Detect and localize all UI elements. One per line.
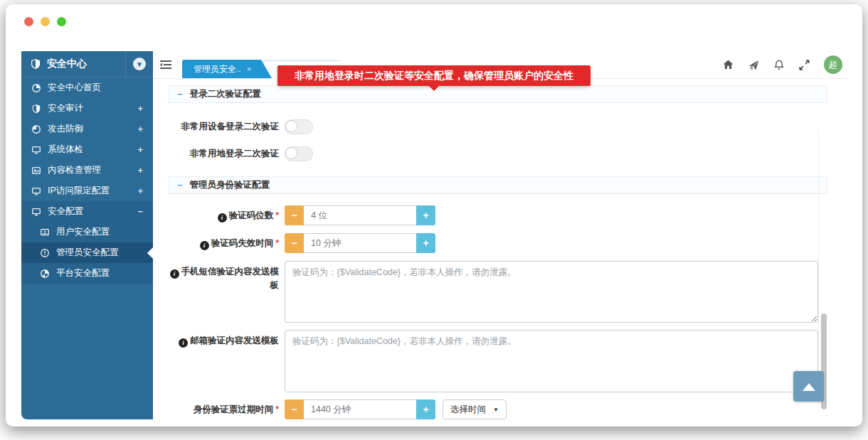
collapse-minus-icon[interactable]: − (177, 180, 183, 191)
sidebar-item-label: IP访问限定配置 (48, 185, 137, 197)
sidebar-item-label: 管理员安全配置 (56, 247, 143, 259)
info-icon: i (179, 338, 188, 348)
app-window: 安全中心 ▼ 安全中心首页 安全审计 + 攻击防御 + 系统体检 + (6, 4, 862, 426)
decrement-button[interactable]: − (285, 205, 304, 225)
sidebar-submenu: 用户安全配置 管理员安全配置 平台安全配置 (21, 222, 153, 284)
sidebar-item-attack-defense[interactable]: 攻击防御 + (21, 119, 153, 139)
increment-button[interactable]: + (416, 399, 435, 419)
sidebar-item-label: 攻击防御 (48, 123, 137, 135)
required-asterisk: * (275, 210, 279, 220)
tab-admin-security[interactable]: 管理员安全.. × (182, 60, 272, 78)
code-digits-stepper: − + (285, 205, 435, 225)
decrement-button[interactable]: − (285, 233, 304, 253)
info-icon: i (170, 269, 179, 279)
topbar-icons: 超 (722, 55, 842, 74)
sidebar-header: 安全中心 ▼ (21, 51, 153, 77)
chevron-down-icon[interactable]: ▼ (133, 58, 146, 70)
sidebar-item-label: 平台安全配置 (56, 267, 143, 279)
code-digits-input[interactable] (304, 205, 416, 225)
field-label: i邮箱验证内容发送模板 (169, 330, 279, 348)
pie-icon (40, 269, 50, 279)
section-title: 管理员身份验证配置 (190, 179, 270, 191)
monitor-icon (31, 186, 41, 196)
sidebar-item-admin-security-config[interactable]: 管理员安全配置 (21, 242, 153, 263)
card-icon (31, 166, 41, 176)
sidebar-item-security-home[interactable]: 安全中心首页 (21, 77, 153, 98)
required-asterisk: * (275, 404, 279, 414)
increment-button[interactable]: + (416, 205, 435, 225)
close-window-button[interactable] (24, 17, 33, 26)
globe-icon (31, 83, 41, 93)
unusual-device-2fa-toggle[interactable] (285, 119, 313, 134)
sidebar-item-security-audit[interactable]: 安全审计 + (21, 98, 153, 119)
window-titlebar (6, 4, 862, 51)
sidebar-item-label: 安全审计 (48, 102, 137, 114)
minimize-window-button[interactable] (41, 17, 50, 26)
expand-plus-icon[interactable]: + (137, 124, 143, 134)
monitor-icon (31, 145, 41, 155)
info-icon: i (200, 241, 209, 250)
collapse-minus-icon[interactable]: − (177, 89, 183, 100)
home-icon[interactable] (722, 59, 734, 70)
scroll-to-top-button[interactable] (793, 371, 824, 402)
expand-plus-icon[interactable]: + (137, 144, 143, 155)
sidebar: 安全中心 ▼ 安全中心首页 安全审计 + 攻击防御 + 系统体检 + (21, 51, 153, 419)
field-label: i手机短信验证内容发送模板 (169, 261, 279, 291)
sidebar-item-label: 系统体检 (48, 144, 137, 156)
shield-icon (31, 104, 41, 114)
sidebar-item-system-check[interactable]: 系统体检 + (21, 139, 153, 160)
sidebar-item-label: 用户安全配置 (56, 226, 143, 238)
bell-icon[interactable] (773, 59, 785, 71)
expand-plus-icon[interactable]: + (137, 186, 143, 196)
field-label: 非常用设备登录二次验证 (169, 120, 279, 133)
fullscreen-icon[interactable] (798, 59, 810, 71)
sidebar-item-label: 安全中心首页 (48, 82, 143, 94)
monitor-user-icon (40, 227, 50, 237)
field-row-code-digits: i验证码位数* − + (169, 205, 827, 225)
settings-panel: − 登录二次验证配置 非常用设备登录二次验证 非常用地登录二次验证 − 管理员身… (153, 78, 847, 419)
sidebar-item-platform-security-config[interactable]: 平台安全配置 (21, 263, 153, 284)
sidebar-item-security-config[interactable]: 安全配置 − (21, 201, 153, 222)
expand-plus-icon[interactable]: + (137, 103, 143, 114)
collapse-minus-icon[interactable]: − (137, 206, 143, 217)
zoom-window-button[interactable] (57, 17, 66, 26)
email-template-textarea[interactable] (285, 330, 818, 392)
avatar[interactable]: 超 (824, 55, 842, 74)
sidebar-item-ip-access[interactable]: IP访问限定配置 + (21, 181, 153, 201)
section-header-login-2fa[interactable]: − 登录二次验证配置 (169, 85, 827, 103)
info-icon: i (218, 213, 227, 222)
globe-icon (31, 124, 41, 134)
sidebar-item-user-security-config[interactable]: 用户安全配置 (21, 222, 153, 242)
alert-circle-icon (40, 248, 50, 258)
close-icon[interactable]: × (247, 60, 251, 78)
section-header-admin-identity[interactable]: − 管理员身份验证配置 (169, 176, 827, 194)
unusual-location-2fa-toggle[interactable] (285, 146, 313, 161)
caret-down-icon: ▼ (493, 407, 499, 413)
toggle-knob (285, 120, 297, 132)
sms-template-textarea[interactable] (285, 261, 818, 323)
field-label: 身份验证票过期时间* (169, 403, 279, 416)
increment-button[interactable]: + (416, 233, 435, 253)
field-label: i验证码位数* (169, 209, 279, 222)
sidebar-title: 安全中心 (47, 58, 125, 70)
field-row-sms-template: i手机短信验证内容发送模板 (169, 261, 827, 323)
field-row-email-template: i邮箱验证内容发送模板 (169, 330, 827, 392)
sidebar-item-content-check[interactable]: 内容检查管理 + (21, 160, 153, 181)
ticket-expiry-stepper: − + (285, 399, 435, 419)
code-expiry-stepper: − + (285, 233, 435, 253)
toggle-row-unusual-device: 非常用设备登录二次验证 (169, 119, 827, 134)
monitor-icon (31, 207, 41, 217)
section-title: 登录二次验证配置 (190, 88, 261, 100)
field-row-code-expiry: i验证码失效时间* − + (169, 233, 827, 253)
help-tooltip: 非常用地登录时二次验证等安全配置，确保管理员账户的安全性 (277, 65, 591, 86)
tooltip-text: 非常用地登录时二次验证等安全配置，确保管理员账户的安全性 (295, 70, 573, 81)
decrement-button[interactable]: − (285, 399, 304, 419)
expand-plus-icon[interactable]: + (137, 165, 143, 176)
required-asterisk: * (275, 238, 279, 248)
code-expiry-input[interactable] (304, 233, 416, 253)
select-time-dropdown[interactable]: 选择时间 ▼ (443, 399, 507, 419)
ticket-expiry-input[interactable] (304, 399, 416, 419)
menu-fold-icon[interactable] (159, 59, 172, 70)
paper-plane-icon[interactable] (748, 59, 760, 71)
field-label: i验证码失效时间* (169, 237, 279, 250)
